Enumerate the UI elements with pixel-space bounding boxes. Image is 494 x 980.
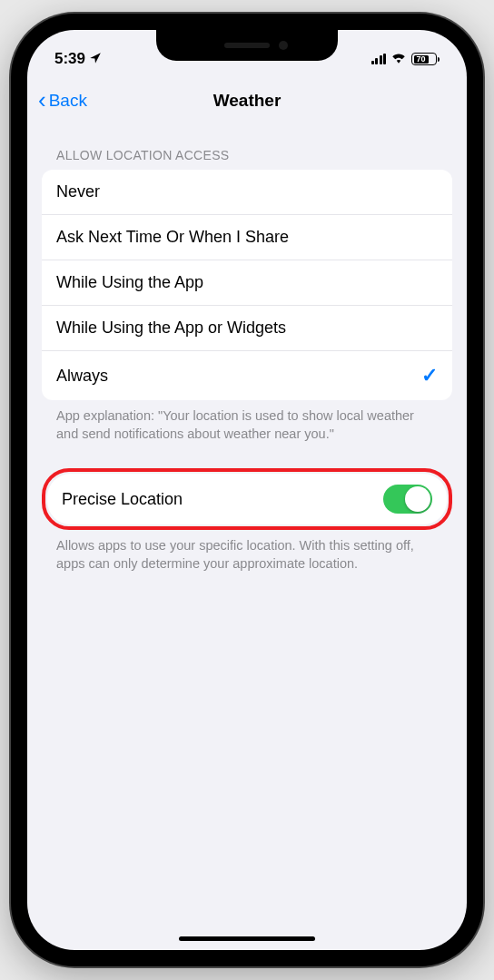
chevron-left-icon: ‹ bbox=[38, 88, 46, 112]
battery-icon: 70 bbox=[411, 53, 440, 65]
status-left: 5:39 bbox=[54, 50, 102, 68]
page-title: Weather bbox=[213, 91, 282, 111]
precise-location-toggle[interactable] bbox=[383, 485, 432, 514]
back-button[interactable]: ‹ Back bbox=[38, 90, 87, 112]
option-ask-next-time[interactable]: Ask Next Time Or When I Share bbox=[42, 215, 452, 260]
status-time: 5:39 bbox=[54, 50, 85, 68]
section-header-location-access: Allow Location Access bbox=[42, 122, 452, 170]
highlight-annotation: Precise Location bbox=[42, 468, 452, 530]
precise-location-group: Precise Location bbox=[47, 474, 447, 524]
option-label: While Using the App or Widgets bbox=[56, 318, 286, 338]
nav-bar: ‹ Back Weather bbox=[27, 79, 467, 122]
checkmark-icon: ✓ bbox=[421, 364, 438, 387]
precise-location-footer: Allows apps to use your specific locatio… bbox=[42, 530, 452, 573]
option-never[interactable]: Never bbox=[42, 170, 452, 215]
option-while-using-app-widgets[interactable]: While Using the App or Widgets bbox=[42, 306, 452, 351]
option-label: Never bbox=[56, 182, 100, 201]
option-while-using-app[interactable]: While Using the App bbox=[42, 260, 452, 306]
cellular-signal-icon bbox=[371, 54, 387, 64]
phone-frame: 5:39 70 ‹ Back bbox=[11, 14, 483, 966]
back-label: Back bbox=[49, 91, 87, 111]
home-indicator[interactable] bbox=[179, 936, 315, 941]
wifi-icon bbox=[390, 50, 407, 68]
app-explanation-text: App explanation: "Your location is used … bbox=[42, 400, 452, 443]
precise-location-row[interactable]: Precise Location bbox=[47, 474, 447, 524]
option-always[interactable]: Always ✓ bbox=[42, 351, 452, 400]
status-right: 70 bbox=[371, 50, 440, 68]
option-label: Ask Next Time Or When I Share bbox=[56, 228, 289, 247]
screen: 5:39 70 ‹ Back bbox=[27, 30, 467, 950]
option-label: While Using the App bbox=[56, 273, 203, 292]
precise-location-label: Precise Location bbox=[62, 490, 183, 509]
location-access-options: Never Ask Next Time Or When I Share Whil… bbox=[42, 170, 452, 400]
toggle-knob bbox=[405, 486, 430, 512]
option-label: Always bbox=[56, 367, 108, 386]
content-area: Allow Location Access Never Ask Next Tim… bbox=[27, 122, 467, 573]
location-services-icon bbox=[89, 52, 102, 67]
notch bbox=[156, 30, 338, 61]
